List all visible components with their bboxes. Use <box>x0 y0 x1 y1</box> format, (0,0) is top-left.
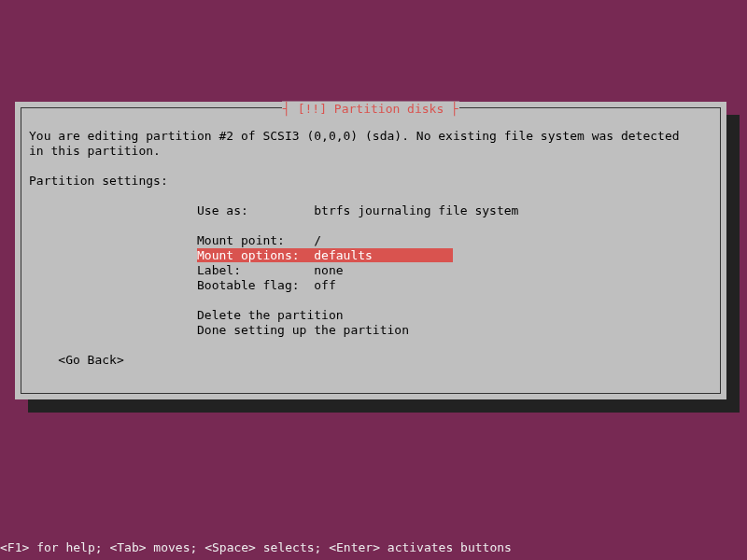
setting-use-as[interactable]: Use as: btrfs journaling file system <box>29 203 712 218</box>
settings-header: Partition settings: <box>29 174 712 189</box>
dialog-content: You are editing partition #2 of SCSI3 (0… <box>29 129 712 385</box>
setting-mount-options[interactable]: Mount options: defaults <box>29 248 712 263</box>
setting-bootable-flag[interactable]: Bootable flag: off <box>29 278 712 293</box>
intro-text-line1: You are editing partition #2 of SCSI3 (0… <box>29 129 712 144</box>
help-footer: <F1> for help; <Tab> moves; <Space> sele… <box>0 540 512 554</box>
setting-label[interactable]: Label: none <box>29 263 712 278</box>
go-back-button[interactable]: <Go Back> <box>29 353 712 368</box>
dialog-title: ┤ [!!] Partition disks ├ <box>21 102 720 116</box>
setting-mount-point[interactable]: Mount point: / <box>29 233 712 248</box>
intro-text-line2: in this partition. <box>29 144 712 159</box>
partition-dialog: ┤ [!!] Partition disks ├ You are editing… <box>15 102 726 399</box>
action-delete-partition[interactable]: Delete the partition <box>29 308 712 323</box>
dialog-border: ┤ [!!] Partition disks ├ You are editing… <box>21 107 721 394</box>
action-done-setting-up[interactable]: Done setting up the partition <box>29 323 712 338</box>
